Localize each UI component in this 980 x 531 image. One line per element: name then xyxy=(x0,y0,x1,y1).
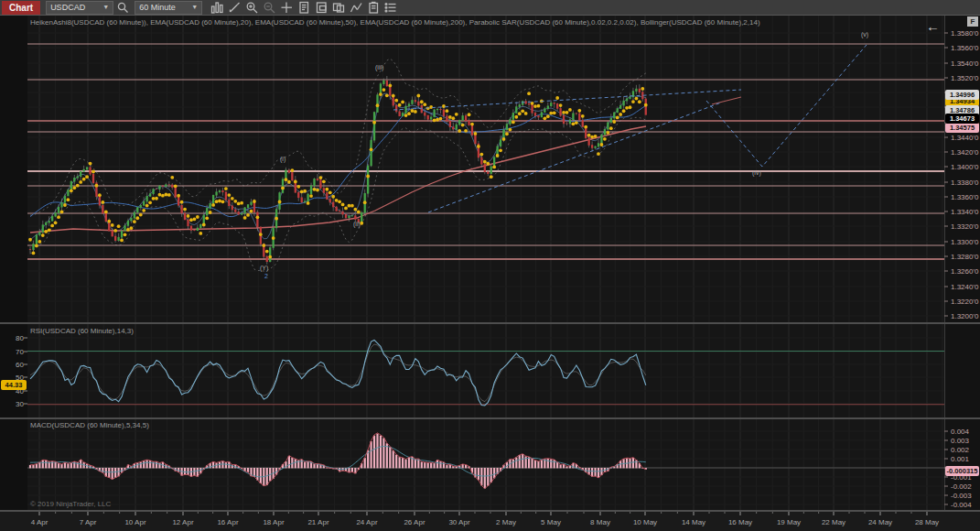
panel-splitter xyxy=(0,510,980,512)
tab-chart[interactable]: Chart xyxy=(2,1,40,15)
price-axis-tick: 1.3440'0 xyxy=(951,134,978,142)
price-axis-tick: 1.3560'0 xyxy=(951,44,978,52)
price-axis-tick: 1.3200'0 xyxy=(951,312,978,320)
price-axis-tick: 1.3300'0 xyxy=(951,238,978,246)
time-axis-label: 7 Apr xyxy=(68,518,108,526)
price-axis-tick: 1.3400'0 xyxy=(951,163,978,171)
price-axis-tick: 1.3420'0 xyxy=(951,148,978,157)
wave-label: (Y) xyxy=(260,265,268,271)
macd-indicator-label: MACD(USDCAD (60 Minute),5,34,5) xyxy=(30,421,149,429)
zoom-in-icon[interactable] xyxy=(244,1,258,15)
price-axis-tick: 1.3380'0 xyxy=(951,179,978,187)
instrument-selector[interactable]: USDCAD ▼ xyxy=(46,1,113,15)
macd-axis-tick: -0.004 xyxy=(951,501,972,509)
time-axis-label: 2 May xyxy=(486,518,526,526)
time-axis-label: 10 May xyxy=(625,518,665,526)
chart-style-icon[interactable] xyxy=(210,1,223,15)
focus-button[interactable]: F xyxy=(967,16,978,27)
wave-label: (iii) xyxy=(375,64,383,70)
properties-icon[interactable] xyxy=(383,1,397,15)
time-axis-label: 28 May xyxy=(907,518,947,526)
draw-icon[interactable] xyxy=(227,1,241,15)
zigzag-icon[interactable] xyxy=(349,1,362,15)
toolbar-icons xyxy=(208,1,399,15)
time-axis-label: 12 Apr xyxy=(163,518,203,526)
chart-window: Chart USDCAD ▼ 60 Minute ▼ HeikenAshi8(U… xyxy=(0,0,980,531)
snapshot-icon[interactable] xyxy=(331,1,345,15)
panel-splitter[interactable] xyxy=(0,417,980,419)
scroll-back-arrow-icon[interactable]: ← xyxy=(926,18,940,34)
toolbar: Chart USDCAD ▼ 60 Minute ▼ xyxy=(0,0,980,16)
time-axis-label: 16 Apr xyxy=(208,518,248,526)
macd-axis-tick: 0.004 xyxy=(951,428,969,436)
price-marker-tag: 1.34996 xyxy=(945,90,979,100)
price-axis-tick: 1.3520'0 xyxy=(951,74,978,82)
time-axis-label: 18 Apr xyxy=(253,518,294,526)
rsi-axis-tick: 80 xyxy=(0,334,24,342)
copyright-text: © 2019 NinjaTrader, LLC xyxy=(30,500,111,508)
rsi-axis-tick: 70 xyxy=(0,348,24,356)
time-axis-label: 5 May xyxy=(531,518,571,526)
zoom-out-icon[interactable] xyxy=(262,1,275,15)
price-axis-tick: 1.3260'0 xyxy=(951,267,978,276)
wave-label: 2 xyxy=(264,273,268,279)
interval-label: 60 Minute xyxy=(139,2,176,13)
time-axis-label: 24 Apr xyxy=(347,518,387,526)
macd-axis-tick: -0.002 xyxy=(951,482,972,491)
time-axis-label: 26 Apr xyxy=(394,518,435,526)
time-axis-label: 4 Apr xyxy=(19,518,59,526)
search-icon[interactable] xyxy=(115,1,129,15)
time-axis-label: 8 May xyxy=(580,518,620,526)
wave-label: (v) xyxy=(861,31,868,38)
price-axis-tick: 1.3540'0 xyxy=(951,60,978,68)
macd-axis-tick: 0.003 xyxy=(951,437,969,445)
price-axis-tick: 1.3280'0 xyxy=(951,253,978,261)
time-axis-label: 10 Apr xyxy=(115,518,156,526)
price-axis-tick: 1.3320'0 xyxy=(951,222,978,231)
crosshair-icon[interactable] xyxy=(279,1,293,15)
panel-splitter[interactable] xyxy=(0,322,980,324)
rsi-indicator-label: RSI(USDCAD (60 Minute),14,3) xyxy=(30,327,134,335)
time-axis-label: 16 May xyxy=(720,518,760,526)
instrument-label: USDCAD xyxy=(50,2,85,13)
price-axis-tick: 1.3580'0 xyxy=(951,29,978,38)
rsi-axis-tick: 60 xyxy=(0,361,24,369)
main-indicator-label: HeikenAshi8(USDCAD (60 Minute)), EMA(USD… xyxy=(30,18,760,27)
rsi-value-tag: 44.33 xyxy=(1,380,27,390)
strategies-icon[interactable] xyxy=(366,1,380,15)
macd-axis-tick: 0.001 xyxy=(951,455,969,463)
time-axis-label: 19 May xyxy=(769,518,809,526)
chart-canvas[interactable] xyxy=(0,0,980,531)
macd-axis-tick: -0.003 xyxy=(951,492,972,500)
rsi-axis-tick: 30 xyxy=(0,400,24,408)
new-chart-icon[interactable] xyxy=(296,1,310,15)
interval-selector[interactable]: 60 Minute ▼ xyxy=(135,1,202,15)
price-axis-tick: 1.3220'0 xyxy=(951,298,978,306)
chevron-down-icon: ▼ xyxy=(191,2,198,13)
wave-label: (iv) xyxy=(752,169,761,176)
data-box-icon[interactable] xyxy=(314,1,328,15)
time-axis-label: 14 May xyxy=(673,518,714,526)
time-axis-label: 21 Apr xyxy=(298,518,339,526)
price-axis-tick: 1.3360'0 xyxy=(951,193,978,201)
wave-label: (ii) xyxy=(353,221,361,227)
macd-value-tag: -0.000315 xyxy=(945,466,979,476)
price-axis-tick: 1.3340'0 xyxy=(951,208,978,216)
macd-axis-tick: 0.002 xyxy=(951,446,969,454)
time-axis-label: 22 May xyxy=(813,518,854,526)
time-axis-label: 24 May xyxy=(860,518,900,526)
price-marker-tag: 1.34575 xyxy=(945,123,979,133)
chevron-down-icon: ▼ xyxy=(102,2,109,13)
price-axis-tick: 1.3240'0 xyxy=(951,283,978,291)
wave-label: (i) xyxy=(280,156,285,162)
time-axis-label: 30 Apr xyxy=(439,518,479,526)
price-marker-tag: 1.34673 xyxy=(945,114,979,124)
